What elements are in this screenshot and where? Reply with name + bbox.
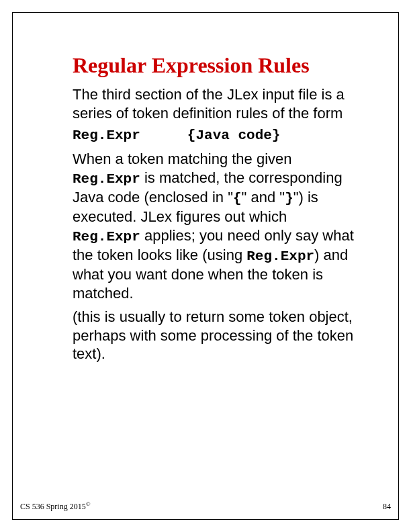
rule-form: Reg.Expr{Java code}: [73, 128, 355, 143]
text-run: " and ": [242, 189, 285, 206]
code-regexpr: Reg.Expr: [73, 229, 140, 245]
footer-left: CS 536 Spring 2015©: [20, 500, 91, 512]
text-run: When a token matching the given: [73, 150, 292, 167]
code-rbrace: }: [285, 191, 293, 206]
slide-title: Regular Expression Rules: [73, 54, 355, 77]
code-regexpr: Reg.Expr: [246, 249, 314, 264]
rule-lhs: Reg.Expr: [73, 128, 140, 143]
slide-content: Regular Expression Rules The third secti…: [73, 54, 355, 369]
code-regexpr: Reg.Expr: [73, 171, 140, 187]
page-number: 84: [383, 502, 391, 512]
code-lbrace: {: [233, 191, 242, 206]
course-label: CS 536 Spring 2015: [20, 502, 86, 511]
paragraph-explain: When a token matching the given Reg.Expr…: [73, 150, 355, 302]
copyright-symbol: ©: [86, 500, 91, 507]
paragraph-intro: The third section of the JLex input file…: [73, 85, 355, 122]
rule-rhs: {Java code}: [187, 128, 281, 143]
paragraph-note: (this is usually to return some token ob…: [73, 308, 355, 363]
